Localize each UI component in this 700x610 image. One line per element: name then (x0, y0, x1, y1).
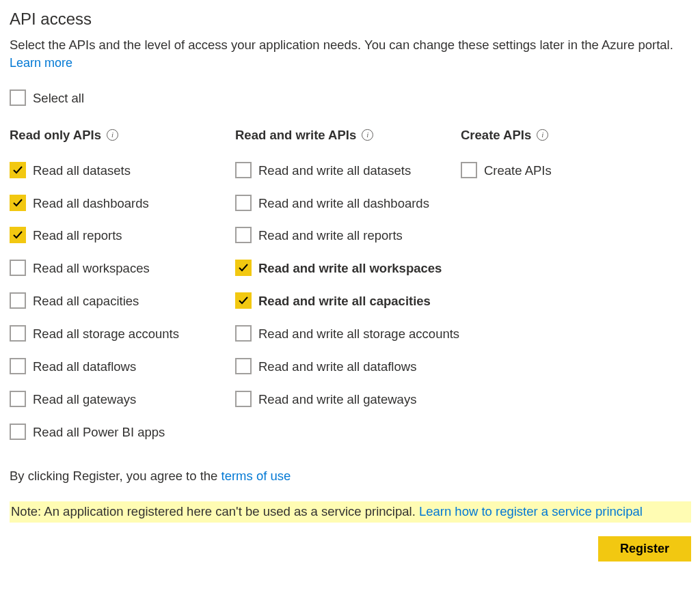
read-only-header: Read only APIs (10, 128, 235, 143)
create-column: Create APIs Create APIs (461, 128, 666, 456)
checkbox-label: Read all datasets (33, 162, 131, 180)
info-icon[interactable] (107, 129, 118, 141)
checkbox-box (235, 391, 252, 407)
checkbox-box (235, 292, 252, 309)
checkbox-box (461, 162, 477, 178)
checkbox-box (10, 358, 26, 374)
checkbox-box (10, 195, 26, 211)
checkbox-label: Read all Power BI apps (33, 424, 165, 441)
read-write-item[interactable]: Read and write all reports (235, 227, 461, 245)
checkbox-label: Read and write all datasets (258, 162, 411, 180)
checkbox-label: Read all workspaces (33, 260, 150, 277)
page-description: Select the APIs and the level of access … (10, 36, 690, 55)
select-all-checkbox[interactable]: Select all (10, 89, 84, 107)
checkbox-box (10, 260, 26, 276)
read-write-item[interactable]: Read and write all storage accounts (235, 325, 461, 343)
checkbox-label: Read and write all workspaces (258, 260, 442, 277)
read-write-item[interactable]: Read and write all gateways (235, 391, 461, 408)
checkbox-box (10, 292, 26, 309)
create-header: Create APIs (461, 128, 666, 143)
checkbox-label: Read all reports (33, 227, 122, 245)
check-icon (238, 262, 249, 273)
checkbox-box (235, 195, 252, 211)
read-only-item[interactable]: Read all Power BI apps (10, 424, 235, 441)
read-only-item[interactable]: Read all dashboards (10, 195, 235, 212)
checkbox-label: Create APIs (484, 162, 552, 180)
checkbox-label: Read and write all dashboards (258, 195, 429, 212)
checkbox-box (235, 227, 252, 243)
read-write-header: Read and write APIs (235, 128, 461, 143)
checkbox-label: Read all dataflows (33, 358, 136, 376)
checkbox-box (10, 89, 26, 106)
checkbox-box (235, 162, 252, 178)
checkbox-box (10, 424, 26, 440)
read-only-column: Read only APIs Read all datasetsRead all… (10, 128, 235, 456)
note-bar: Note: An application registered here can… (10, 501, 691, 523)
terms-text: By clicking Register, you agree to the t… (10, 469, 690, 484)
check-icon (238, 295, 249, 306)
checkbox-label: Read all capacities (33, 292, 139, 310)
checkbox-label: Read and write all capacities (258, 292, 431, 310)
checkbox-label: Read and write all storage accounts (258, 325, 459, 343)
page-title: API access (10, 10, 690, 29)
checkbox-label: Read and write all reports (258, 227, 403, 245)
checkbox-label: Read and write all dataflows (258, 358, 416, 376)
checkbox-label: Read and write all gateways (258, 391, 416, 408)
select-all-label: Select all (33, 89, 84, 107)
read-only-item[interactable]: Read all gateways (10, 391, 235, 408)
check-icon (12, 230, 23, 240)
checkbox-box (10, 162, 26, 178)
checkbox-box (10, 227, 26, 243)
create-item[interactable]: Create APIs (461, 162, 666, 180)
check-icon (12, 165, 23, 176)
read-write-column: Read and write APIs Read and write all d… (235, 128, 461, 456)
check-icon (12, 197, 23, 208)
read-only-item[interactable]: Read all datasets (10, 162, 235, 180)
info-icon[interactable] (537, 129, 548, 141)
read-write-item[interactable]: Read and write all workspaces (235, 260, 461, 277)
read-write-item[interactable]: Read and write all dashboards (235, 195, 461, 212)
read-only-item[interactable]: Read all storage accounts (10, 325, 235, 343)
read-only-item[interactable]: Read all reports (10, 227, 235, 245)
read-write-item[interactable]: Read and write all datasets (235, 162, 461, 180)
read-only-item[interactable]: Read all workspaces (10, 260, 235, 277)
checkbox-box (235, 325, 252, 342)
checkbox-label: Read all gateways (33, 391, 136, 408)
checkbox-box (10, 391, 26, 407)
checkbox-box (10, 325, 26, 342)
checkbox-box (235, 358, 252, 374)
register-button[interactable]: Register (598, 536, 691, 562)
checkbox-label: Read all dashboards (33, 195, 149, 212)
service-principal-link[interactable]: Learn how to register a service principa… (419, 504, 643, 518)
checkbox-box (235, 260, 252, 276)
terms-of-use-link[interactable]: terms of use (221, 469, 291, 483)
info-icon[interactable] (362, 129, 373, 141)
read-only-item[interactable]: Read all dataflows (10, 358, 235, 376)
learn-more-link[interactable]: Learn more (10, 56, 72, 70)
checkbox-label: Read all storage accounts (33, 325, 179, 343)
api-columns: Read only APIs Read all datasetsRead all… (10, 128, 690, 456)
read-write-item[interactable]: Read and write all dataflows (235, 358, 461, 376)
read-only-item[interactable]: Read all capacities (10, 292, 235, 310)
read-write-item[interactable]: Read and write all capacities (235, 292, 461, 310)
